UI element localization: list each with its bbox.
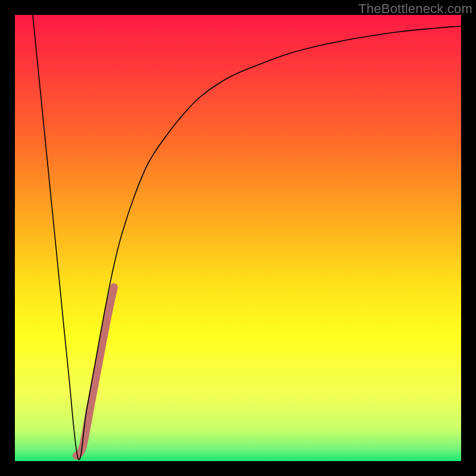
chart-svg	[15, 15, 461, 461]
plot-area	[15, 15, 461, 461]
highlight-segment-path	[77, 287, 114, 456]
